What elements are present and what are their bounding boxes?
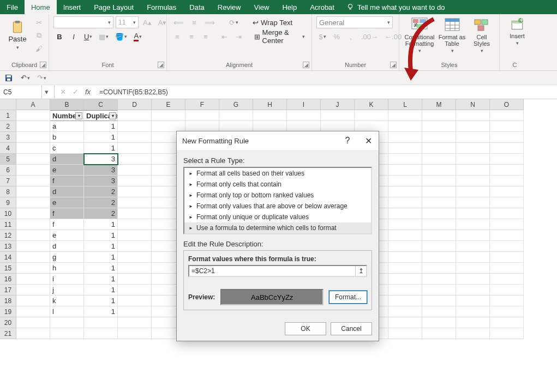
grid-cell[interactable]: c xyxy=(50,143,84,154)
grid-cell[interactable] xyxy=(185,121,219,132)
rule-formula-input[interactable] xyxy=(189,266,355,276)
grid-cell[interactable] xyxy=(16,154,50,165)
grid-cell[interactable] xyxy=(388,176,422,186)
grid-cell[interactable] xyxy=(490,285,524,295)
grid-cell[interactable] xyxy=(422,328,456,339)
currency-button[interactable]: $▾ xyxy=(316,31,328,43)
wrap-text-button[interactable]: ↩Wrap Text xyxy=(250,16,295,28)
bold-button[interactable]: B xyxy=(53,31,65,43)
grid-cell[interactable] xyxy=(490,274,524,285)
column-header[interactable]: J xyxy=(321,99,355,110)
grid-cell[interactable] xyxy=(456,132,490,143)
column-header[interactable]: O xyxy=(490,99,524,110)
save-button[interactable] xyxy=(3,73,14,83)
grid-cell[interactable] xyxy=(456,143,490,154)
grid-cell[interactable]: 1 xyxy=(84,285,118,295)
grid-cell[interactable] xyxy=(388,295,422,306)
grid-cell[interactable]: 1 xyxy=(84,306,118,317)
row-header[interactable]: 6 xyxy=(0,165,16,176)
grid-cell[interactable]: f xyxy=(50,176,84,186)
column-header[interactable]: K xyxy=(355,99,388,110)
column-header[interactable]: C xyxy=(84,99,118,110)
name-box-dropdown[interactable]: ▾ xyxy=(41,85,51,99)
grid-cell[interactable] xyxy=(118,252,152,263)
column-header[interactable]: F xyxy=(185,99,219,110)
grid-cell[interactable] xyxy=(490,143,524,154)
filter-icon[interactable]: ▾ xyxy=(109,112,116,119)
row-header[interactable]: 15 xyxy=(0,263,16,274)
name-box[interactable]: ▾ xyxy=(0,85,55,99)
grid-cell[interactable] xyxy=(287,121,321,132)
number-launcher[interactable]: ◢ xyxy=(390,62,397,68)
grid-cell[interactable] xyxy=(16,143,50,154)
align-top-button[interactable]: ⟸ xyxy=(171,16,186,28)
grid-cell[interactable] xyxy=(118,274,152,285)
grid-cell[interactable] xyxy=(388,241,422,252)
cell-styles-button[interactable]: Cell Styles▾ xyxy=(469,16,495,55)
row-header[interactable]: 9 xyxy=(0,197,16,208)
grid-cell[interactable] xyxy=(118,176,152,186)
grid-cell[interactable] xyxy=(456,252,490,263)
grid-cell[interactable] xyxy=(456,165,490,176)
percent-button[interactable]: % xyxy=(331,31,343,43)
align-center-button[interactable]: ≡ xyxy=(185,31,197,43)
grid-cell[interactable]: f xyxy=(50,208,84,219)
grid-cell[interactable] xyxy=(321,110,355,121)
formula-input[interactable]: =COUNTIF(B5:B22,B5) xyxy=(96,85,557,99)
row-header[interactable]: 1 xyxy=(0,110,16,121)
format-button[interactable]: Format... xyxy=(329,291,367,304)
grid-cell[interactable] xyxy=(253,121,287,132)
grid-cell[interactable] xyxy=(118,230,152,241)
row-header[interactable]: 5 xyxy=(0,154,16,165)
grid-cell[interactable] xyxy=(456,110,490,121)
grow-font-button[interactable]: A▴ xyxy=(141,16,154,28)
row-header[interactable]: 10 xyxy=(0,208,16,219)
column-header[interactable]: L xyxy=(388,99,422,110)
grid-cell[interactable] xyxy=(490,197,524,208)
grid-cell[interactable] xyxy=(490,110,524,121)
grid-cell[interactable] xyxy=(490,263,524,274)
row-header[interactable]: 20 xyxy=(0,317,16,328)
grid-cell[interactable]: 1 xyxy=(84,295,118,306)
align-bottom-button[interactable]: ⟹ xyxy=(202,16,217,28)
row-header[interactable]: 18 xyxy=(0,295,16,306)
rule-type-item[interactable]: Format only top or bottom ranked values xyxy=(184,190,371,201)
enter-formula-button[interactable]: ✓ xyxy=(73,88,79,96)
grid-cell[interactable] xyxy=(388,132,422,143)
grid-cell[interactable]: a xyxy=(50,121,84,132)
row-header[interactable]: 14 xyxy=(0,252,16,263)
tab-home[interactable]: Home xyxy=(25,0,57,14)
grid-cell[interactable] xyxy=(490,252,524,263)
grid-cell[interactable]: 2 xyxy=(84,186,118,197)
row-header[interactable]: 7 xyxy=(0,176,16,186)
rule-type-item[interactable]: Format all cells based on their values xyxy=(184,168,371,179)
grid-cell[interactable] xyxy=(355,121,388,132)
grid-cell[interactable] xyxy=(456,317,490,328)
grid-cell[interactable]: f xyxy=(50,219,84,230)
grid-cell[interactable]: j xyxy=(50,285,84,295)
redo-button[interactable]: ↷▾ xyxy=(36,73,47,83)
grid-cell[interactable] xyxy=(118,186,152,197)
grid-cell[interactable] xyxy=(253,110,287,121)
grid-cell[interactable] xyxy=(456,219,490,230)
dialog-help-button[interactable]: ? xyxy=(343,136,352,146)
cut-button[interactable]: ✂ xyxy=(33,16,45,28)
grid-cell[interactable] xyxy=(16,295,50,306)
grid-cell[interactable] xyxy=(388,306,422,317)
grid-cell[interactable] xyxy=(16,252,50,263)
clipboard-launcher[interactable]: ◢ xyxy=(40,62,46,68)
decrease-indent-button[interactable]: ⇤ xyxy=(219,31,231,43)
grid-cell[interactable]: 2 xyxy=(84,208,118,219)
grid-cell[interactable]: e xyxy=(50,165,84,176)
grid-cell[interactable] xyxy=(118,306,152,317)
grid-cell[interactable] xyxy=(422,121,456,132)
grid-cell[interactable] xyxy=(490,165,524,176)
grid-cell[interactable] xyxy=(388,252,422,263)
grid-cell[interactable] xyxy=(118,263,152,274)
row-header[interactable]: 11 xyxy=(0,219,16,230)
grid-cell[interactable]: 1 xyxy=(84,241,118,252)
grid-cell[interactable] xyxy=(490,121,524,132)
grid-cell[interactable] xyxy=(388,197,422,208)
grid-cell[interactable] xyxy=(456,241,490,252)
grid-cell[interactable] xyxy=(118,121,152,132)
